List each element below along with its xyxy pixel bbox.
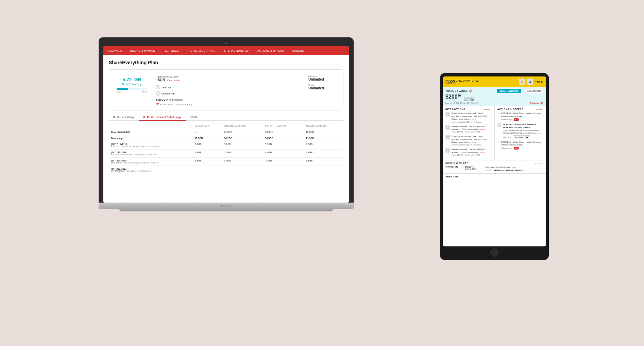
view-details-link[interactable]: View details xyxy=(167,79,180,82)
post-dated-next-icon[interactable]: ▷ xyxy=(542,162,543,165)
laptop-screen-outer: OVERVIEW BILLING & PAYMENT SERVICES PROF… xyxy=(99,37,354,203)
table-row: (647) 111-1111 $190 CON2420OM ShareEvery… xyxy=(109,141,343,150)
col-header-name xyxy=(109,124,193,129)
row-label: Total shared data xyxy=(109,129,193,135)
bundle-more-link[interactable]: more xyxy=(537,132,542,134)
interactions-title: INTERACTIONS xyxy=(445,108,465,110)
tab-current-usage[interactable]: ↺ Current Usage xyxy=(109,114,139,121)
interaction-text: Customer service feedback | Credit opera… xyxy=(452,112,492,120)
row-jan: 13.0GB xyxy=(304,129,343,135)
data-bar-fill xyxy=(117,88,128,90)
data-right: Minutes Unlimited Texts Unlimited xyxy=(308,74,339,106)
tablet-outer: JAYDEN-GREGOROVITCH W. 123456789 🔔 ⊞ ≡ M… xyxy=(440,73,549,260)
response-row: Response: Declined Accepted xyxy=(503,135,544,139)
post-dated-header: Post Dated PPC ◁ 1 / 3 ▷ xyxy=(445,162,543,165)
data-table: ON AVERAGE MAR 4TH – APR 3RD FEB 4TH – M… xyxy=(109,124,343,174)
phone-plan: $190 CON2420OM ShareEverything-12GB-Prem… xyxy=(111,145,191,148)
tablet-grid-icon[interactable]: ⊞ xyxy=(527,79,533,85)
adjustment-button[interactable]: ADJUSTMENT xyxy=(525,89,543,93)
interactions-details-link[interactable]: details › xyxy=(484,108,491,110)
interaction-content: Customer service feedback | Credit opera… xyxy=(452,135,492,146)
add-data-button[interactable]: + Add Data xyxy=(156,85,303,89)
tablet-home-button[interactable] xyxy=(490,248,498,257)
row-mar: 18.2GB xyxy=(222,135,263,141)
action-text: CCTS Risk - White Glove | Handle Custome… xyxy=(501,141,544,146)
current-usage-icon: ↺ xyxy=(113,116,115,119)
col-header-mar: MAR 4TH – APR 3RD xyxy=(222,124,263,129)
laptop-base xyxy=(99,203,354,209)
interaction-ticket: Ticket 123466 | Jun 20 at 3:00 PM xyxy=(452,154,492,156)
nav-item-services[interactable]: SERVICES xyxy=(161,46,183,55)
post-dated-nav: ◁ 1 / 3 ▷ xyxy=(534,162,543,165)
home-icon: 🏠 xyxy=(469,89,472,92)
interaction-more-link[interactable]: more xyxy=(480,128,485,130)
nav-item-orders[interactable]: ORDERS xyxy=(288,46,308,55)
bundle-sub-text: Lorem ipsum dolor sit amet, consectetur … xyxy=(503,129,544,135)
scene: OVERVIEW BILLING & PAYMENT SERVICES PROF… xyxy=(0,0,644,346)
services-section: SERVICES xyxy=(443,173,546,179)
post-dated-prev-icon[interactable]: ◁ xyxy=(534,162,536,165)
tablet: JAYDEN-GREGOROVITCH W. 123456789 🔔 ⊞ ≡ M… xyxy=(440,73,549,260)
change-plan-button[interactable]: ↔ Change Plan xyxy=(156,91,303,96)
tablet-bell-icon[interactable]: 🔔 xyxy=(519,79,525,85)
interaction-content: Customer service feedback | Credit opera… xyxy=(452,112,492,123)
interactions-header: INTERACTIONS details › xyxy=(445,108,492,110)
interactions-col: INTERACTIONS details › 📋 Customer servic… xyxy=(443,106,495,160)
tablet-user-info: JAYDEN-GREGOROVITCH W. 123456789 xyxy=(445,80,479,84)
interaction-more-link[interactable]: more xyxy=(480,151,485,153)
balance-meta: Last bill › 1 227 00 Aug 23 – Sep 22 Pas… xyxy=(445,102,543,104)
tablet-menu-button[interactable]: ≡ Menu xyxy=(535,81,543,83)
post-dated-phone: 647 686 3635 xyxy=(445,166,462,172)
services-title: SERVICES xyxy=(445,175,543,178)
response-select[interactable]: Declined Accepted xyxy=(513,135,530,139)
phone-number: (647)333-3333 xyxy=(111,168,191,170)
row-feb: 16.5GB xyxy=(263,135,304,141)
phone-plan: $40 TTN3457HN ShareEverything-Talk&Text xyxy=(111,170,191,172)
nav-item-billing[interactable]: BILLING & PAYMENT xyxy=(126,46,161,55)
interaction-icon: 📋 xyxy=(445,148,450,153)
action-item: ⚠ CCTS Risk - White Glove | Handle Custo… xyxy=(497,141,544,150)
table-row: (647)333-3333 $40 TTN3457HN ShareEveryth… xyxy=(109,166,343,174)
data-middle: Total monthly data 15GB View details + A… xyxy=(156,74,303,106)
acknowledge-toggle[interactable]: NO xyxy=(514,118,519,121)
nav-item-actions[interactable]: ACTIONS & OFFERS xyxy=(253,46,288,55)
bundle-icon xyxy=(497,123,502,127)
table-row: (647)233-2378 $30 CON2220TN ShareEveryth… xyxy=(109,150,343,158)
acknowledge-label: Acknowledge: xyxy=(501,119,513,121)
interaction-more-link[interactable]: more xyxy=(472,118,476,120)
post-dated-row: 647 686 3635 Effective April 6, 2018 Sub… xyxy=(445,166,543,172)
data-range: 0GB 15GB xyxy=(117,91,147,93)
phone-plan: $30 CON2220TN ShareEverything-6GB-Prem-T… xyxy=(111,154,191,156)
acknowledge-row: Acknowledge: NO xyxy=(501,147,544,150)
action-item: ⚠ CCTS Risk - White Glove | Handle Custo… xyxy=(497,112,544,121)
tab-nova[interactable]: NOVA xyxy=(186,114,201,121)
phone-number: (647)555-5555 xyxy=(111,159,191,162)
past-due: Past due 0 00 xyxy=(530,102,543,104)
interaction-more-link[interactable]: more xyxy=(472,141,476,143)
tab-past-historical[interactable]: ↺ Past Historical Data Usage xyxy=(139,114,186,121)
row-jan: 11.3GB xyxy=(304,135,343,141)
actions-offers-header: ACTIONS & OFFERS details › xyxy=(497,108,544,110)
col-header-avg: ON AVERAGE xyxy=(193,124,222,129)
actions-offers-details-link[interactable]: details › xyxy=(536,108,543,110)
post-dated-section: Post Dated PPC ◁ 1 / 3 ▷ 647 686 3635 Ef… xyxy=(443,160,546,173)
post-dated-title: Post Dated PPC xyxy=(445,162,469,165)
nav-item-profile[interactable]: PROFILE & SETTINGS xyxy=(183,46,219,55)
data-monthly: Total monthly data 15GB View details xyxy=(156,75,303,82)
nav-item-overview[interactable]: OVERVIEW xyxy=(103,46,126,55)
acknowledge-label: Acknowledge: xyxy=(501,147,513,149)
laptop-camera xyxy=(225,42,227,44)
data-card: 5.72 GB Data Remaining 0GB 15GB xyxy=(109,69,343,110)
phone-plan: $160 SRN5720GE ShareEverything-10GB-Prem… xyxy=(111,162,191,164)
balance-label: TOTAL BALANCE xyxy=(445,90,468,92)
laptop-nav: OVERVIEW BILLING & PAYMENT SERVICES PROF… xyxy=(103,46,349,55)
phone-number: (647)233-2378 xyxy=(111,151,191,154)
nav-item-interactions[interactable]: INTERACTIONS (30) xyxy=(219,46,253,55)
page-title: ShareEverything Plan xyxy=(109,60,343,65)
action-text: CCTS Risk - White Glove | Handle Custome… xyxy=(501,112,544,118)
take-payment-button[interactable]: TAKE PAYMENT xyxy=(497,89,521,93)
texts-value: Unlimited xyxy=(308,86,339,90)
acknowledge-toggle[interactable]: NO xyxy=(514,147,519,150)
interaction-item: 📋 Rewards activate / reactivate | Failed… xyxy=(445,125,492,133)
tablet-two-col: INTERACTIONS details › 📋 Customer servic… xyxy=(443,106,546,160)
